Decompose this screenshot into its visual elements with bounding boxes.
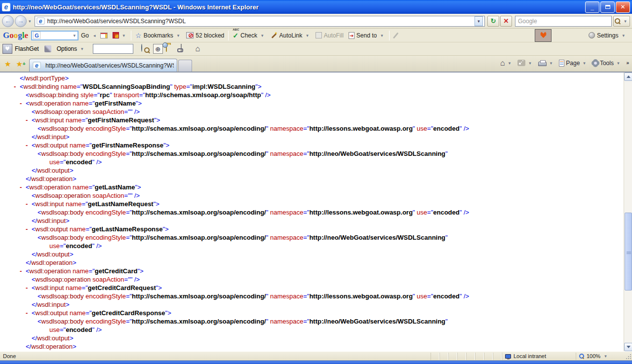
send-to-dropdown-icon[interactable]: ▾: [379, 33, 385, 38]
address-input[interactable]: e http://neo/WebGoat/services/WSDLScanni…: [35, 16, 485, 27]
pagerank-dropdown-icon[interactable]: ▾: [121, 33, 127, 38]
bookmarks-dropdown-icon[interactable]: ▾: [175, 33, 182, 38]
collapse-marker[interactable]: -: [26, 116, 28, 124]
xml-punctuation: <: [26, 183, 30, 191]
flashget-toolbar: FlashGet Options ▾ ⊕ ⌂: [0, 42, 632, 56]
favorites-center-button[interactable]: ★: [2, 60, 13, 72]
autolink-button[interactable]: AutoLink ▾: [268, 30, 313, 41]
capture-window-button[interactable]: ⊕: [153, 44, 163, 54]
back-button[interactable]: ←: [2, 15, 14, 27]
xml-tag-name: wsdlsoap:body: [41, 209, 84, 216]
xml-attribute-value: rpc: [100, 91, 110, 99]
xml-punctuation: " />: [460, 125, 469, 132]
autolink-dropdown-icon[interactable]: ▾: [304, 33, 311, 38]
bookmarks-button[interactable]: ☆ Bookmarks ▾: [133, 30, 184, 41]
site-explorer-icon[interactable]: [141, 44, 150, 53]
collapse-marker[interactable]: -: [20, 267, 22, 275]
settings-button[interactable]: Settings ▾: [586, 30, 629, 41]
download-folder-icon[interactable]: [166, 44, 175, 53]
flashget-button[interactable]: FlashGet: [12, 43, 41, 55]
settings-dropdown-icon[interactable]: ▾: [620, 33, 627, 38]
toolbar-overflow-icon[interactable]: »: [624, 60, 630, 66]
collapse-marker[interactable]: -: [26, 309, 28, 317]
collapse-marker[interactable]: -: [20, 183, 22, 191]
google-search-dropdown-icon[interactable]: ▾: [71, 33, 78, 38]
collapse-marker[interactable]: -: [26, 141, 28, 149]
google-search-input[interactable]: G ▾: [31, 31, 79, 40]
xml-punctuation: =": [82, 200, 88, 208]
scroll-up-button[interactable]: [624, 73, 632, 81]
xml-punctuation: =": [82, 116, 88, 124]
flashget-options-button[interactable]: Options ▾: [54, 43, 88, 55]
home-dropdown-icon[interactable]: ▾: [507, 61, 513, 66]
check-dropdown-icon[interactable]: ▾: [259, 33, 266, 38]
search-go-button[interactable]: ▾: [613, 16, 630, 27]
refresh-button[interactable]: ↻: [487, 16, 499, 27]
autofill-form-icon: [316, 32, 322, 38]
page-menu-button[interactable]: Page▾: [557, 58, 590, 68]
flashget-download-button[interactable]: [535, 29, 552, 42]
tools-menu-button[interactable]: Tools▾: [591, 58, 624, 68]
xml-line: -<wsdl:output name="getFirstNameResponse…: [0, 141, 624, 149]
collapse-marker[interactable]: -: [20, 99, 22, 108]
home-button[interactable]: ⌂▾: [498, 57, 514, 69]
spellcheck-button[interactable]: ✓ Check ▾: [230, 30, 268, 41]
collapse-marker[interactable]: -: [26, 225, 28, 233]
status-pane: [466, 353, 475, 360]
add-favorite-button[interactable]: ★: [13, 60, 25, 72]
xml-line: </wsdl:operation>: [0, 258, 624, 267]
flashget-home-icon[interactable]: ⌂: [196, 44, 200, 53]
collapse-marker[interactable]: -: [26, 200, 28, 208]
options-dropdown-icon[interactable]: ▾: [79, 46, 85, 51]
xml-attribute-name: namespace: [268, 209, 303, 216]
address-url: http://neo/WebGoat/services/WSDLScanning…: [47, 18, 474, 25]
resize-grip[interactable]: [625, 353, 632, 360]
rss-icon: [517, 60, 525, 66]
xml-attribute-value: encoded: [433, 125, 459, 132]
new-tab-button[interactable]: [178, 60, 192, 72]
tab-active[interactable]: e http://neo/WebGoat/services/WSDLScanni…: [29, 59, 177, 72]
flashget-search-input[interactable]: [93, 44, 133, 54]
stop-button[interactable]: ✕: [500, 16, 512, 27]
title-bar: e http://neo/WebGoat/services/WSDLScanni…: [0, 0, 632, 14]
address-dropdown-icon[interactable]: ▾: [474, 16, 483, 26]
xml-punctuation: =": [89, 100, 95, 107]
xml-punctuation: =": [82, 284, 88, 291]
xml-tag-name: wsdl:binding: [24, 83, 59, 90]
page-dropdown-icon[interactable]: ▾: [581, 61, 588, 66]
window-title: http://neo/WebGoat/services/WSDLScanning…: [13, 3, 585, 11]
collapse-marker[interactable]: -: [14, 82, 16, 91]
google-news-button[interactable]: [98, 30, 110, 41]
zoom-control[interactable]: 100% ▾: [576, 353, 625, 360]
forward-button[interactable]: →: [15, 15, 27, 27]
google-pagerank-button[interactable]: ▾: [110, 30, 130, 41]
zoom-dropdown-icon[interactable]: ▾: [602, 354, 609, 359]
xml-tag-name: wsdlsoap:operation: [36, 108, 91, 115]
tools-dropdown-icon[interactable]: ▾: [615, 61, 622, 66]
download-links-icon[interactable]: [181, 44, 190, 53]
print-dropdown-icon[interactable]: ▾: [548, 61, 554, 66]
pagerank-cube-icon: [113, 32, 119, 38]
close-button[interactable]: ✕: [616, 1, 630, 13]
highlighter-icon[interactable]: [393, 32, 398, 38]
search-input[interactable]: Google: [515, 16, 612, 27]
search-options-dropdown-icon[interactable]: ▾: [622, 19, 629, 24]
xml-punctuation: <: [32, 200, 36, 208]
send-to-button[interactable]: Send to ▾: [346, 30, 388, 41]
xml-line: </wsdl:operation>: [0, 342, 624, 351]
vertical-scrollbar[interactable]: [624, 73, 632, 351]
print-button[interactable]: ▾: [536, 58, 556, 68]
google-go-button[interactable]: Go: [79, 30, 91, 41]
scrollbar-thumb[interactable]: [625, 213, 632, 291]
xml-line: <wsdlsoap:operation soapAction="" />: [0, 191, 624, 200]
scroll-down-button[interactable]: [624, 343, 632, 351]
minimize-button[interactable]: _: [585, 1, 599, 13]
history-dropdown-icon[interactable]: ▾: [27, 19, 33, 24]
xml-punctuation: =": [126, 125, 132, 132]
xml-attribute-value: encoded: [66, 326, 92, 333]
collapse-marker[interactable]: -: [26, 284, 28, 292]
popup-blocker-button[interactable]: 52 blocked: [184, 30, 227, 41]
restore-button[interactable]: [600, 1, 615, 13]
toolbar-collapse-icon[interactable]: ◂: [91, 33, 98, 38]
xml-attribute-name: style: [79, 91, 93, 99]
